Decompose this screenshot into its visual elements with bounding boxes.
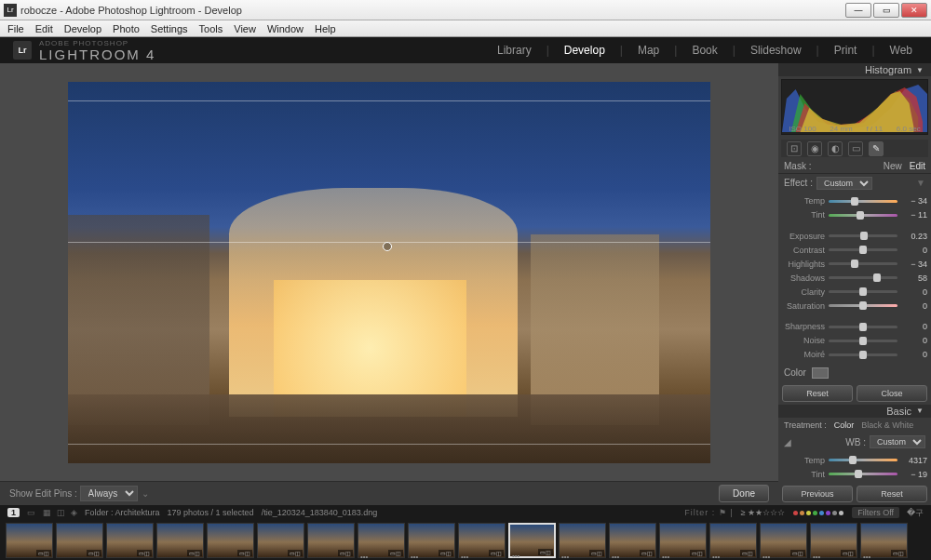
color-swatch[interactable] [812,367,829,379]
filename: /tie_120324_183840_0183.dng [262,508,378,517]
slider-track[interactable] [829,234,897,237]
mask-edit[interactable]: Edit [910,161,925,171]
slider-track[interactable] [829,262,897,265]
filmstrip-thumb[interactable]: ▭◫••• [760,523,807,558]
filmstrip-thumb[interactable]: ▭◫••• [559,523,606,558]
slider-thumb[interactable] [851,197,858,206]
slider-track[interactable] [829,304,897,307]
maximize-button[interactable]: ▭ [873,3,899,18]
menu-photo[interactable]: Photo [107,22,145,35]
filmstrip-thumb[interactable]: ▭◫••• [408,523,455,558]
slider-thumb[interactable] [859,337,867,345]
previous-button[interactable]: Previous [782,486,853,502]
effect-dropdown[interactable]: Custom [816,177,872,190]
filmstrip-thumb[interactable]: ▭◫ [6,523,53,558]
survey-icon[interactable]: ◈ [71,508,77,517]
compare-icon[interactable]: ◫ [57,508,65,517]
module-map[interactable]: Map [632,42,665,59]
filmstrip-thumb[interactable]: ▭◫••• [508,523,556,558]
slider-thumb[interactable] [859,246,867,254]
module-print[interactable]: Print [829,42,863,59]
close-button[interactable]: ✕ [901,3,927,18]
slider-track[interactable] [829,200,897,203]
filmstrip-thumb[interactable]: ▭◫ [56,523,103,558]
menu-edit[interactable]: Edit [30,22,59,35]
menu-develop[interactable]: Develop [59,22,107,35]
menu-view[interactable]: View [228,22,262,35]
slider-thumb[interactable] [860,232,868,240]
slider-thumb[interactable] [851,260,858,268]
mask-new[interactable]: New [884,161,902,171]
histogram-header[interactable]: Histogram ▼ [778,63,931,76]
filmstrip-thumb[interactable]: ▭◫••• [810,523,857,558]
slider-thumb[interactable] [859,301,867,310]
crop-tool-icon[interactable]: ⊡ [787,141,802,156]
adjustment-pin-icon[interactable] [383,242,392,251]
module-slideshow[interactable]: Slideshow [745,42,807,59]
rating-filter[interactable]: ≥ ★★☆☆☆ [741,508,785,517]
slider-track[interactable] [829,326,897,328]
menu-window[interactable]: Window [262,22,309,35]
slider-thumb[interactable] [857,211,864,220]
gradient-tool-icon[interactable]: ▭ [848,141,863,156]
color-label-filter[interactable] [792,508,844,517]
wb-dropdown[interactable]: Custom [870,435,925,448]
slider-track[interactable] [829,473,897,475]
filmstrip-thumb[interactable]: ▭◫••• [709,523,757,558]
filters-off[interactable]: Filters Off [852,507,899,518]
filmstrip-thumb[interactable]: ▭◫ [106,523,154,558]
filmstrip-thumb[interactable]: ▭◫ [207,523,254,558]
slider-track[interactable] [829,290,897,293]
minimize-button[interactable]: — [845,3,871,18]
slider-thumb[interactable] [849,456,857,464]
module-library[interactable]: Library [492,42,537,59]
slider-thumb[interactable] [859,351,867,359]
slider-track[interactable] [829,353,897,356]
basic-header[interactable]: Basic ▼ [778,405,931,418]
reset-button[interactable]: Reset [857,486,927,502]
slider-track[interactable] [829,459,897,461]
window-badge[interactable]: 1 [7,508,20,517]
second-window-icon[interactable]: ▭ [27,508,35,517]
filmstrip-thumb[interactable]: ▭◫••• [358,523,405,558]
canvas[interactable] [0,63,778,481]
slider-thumb[interactable] [855,470,862,478]
histogram-display[interactable]: ISO 10024 mmf / 116.0 sec [781,79,928,135]
menu-tools[interactable]: Tools [194,22,229,35]
brush-tool-icon[interactable]: ✎ [869,141,884,156]
filmstrip-thumb[interactable]: ▭◫••• [609,523,656,558]
photo-preview[interactable] [68,82,710,463]
menu-settings[interactable]: Settings [145,22,194,35]
panel-collapse-icon[interactable]: ▼ [916,178,925,188]
filmstrip[interactable]: ▭◫▭◫▭◫▭◫▭◫▭◫▭◫▭◫•••▭◫•••▭◫•••▭◫•••▭◫•••▭… [0,520,931,560]
pins-dropdown[interactable]: Always [80,486,138,501]
filter-lock-icon[interactable]: �구 [907,507,924,519]
redeye-tool-icon[interactable]: ◐ [828,141,843,156]
folder-label[interactable]: Folder : Architektura [85,508,160,517]
filmstrip-thumb[interactable]: ▭◫ [307,523,355,558]
done-button[interactable]: Done [719,485,769,502]
filmstrip-thumb[interactable]: ▭◫••• [458,523,506,558]
grid-icon[interactable]: ▦ [43,508,51,517]
treatment-color[interactable]: Color [834,420,855,430]
filmstrip-thumb[interactable]: ▭◫ [257,523,304,558]
menu-file[interactable]: File [2,22,30,35]
slider-track[interactable] [829,276,897,279]
module-web[interactable]: Web [884,42,918,59]
slider-track[interactable] [829,340,897,342]
slider-track[interactable] [829,214,897,217]
menu-help[interactable]: Help [309,22,342,35]
spot-tool-icon[interactable]: ◉ [807,141,822,156]
mask-reset-button[interactable]: Reset [782,385,853,402]
filmstrip-thumb[interactable]: ▭◫••• [659,523,707,558]
slider-thumb[interactable] [859,287,867,296]
filmstrip-thumb[interactable]: ▭◫ [156,523,204,558]
mask-close-button[interactable]: Close [857,385,927,402]
slider-thumb[interactable] [859,323,867,331]
module-develop[interactable]: Develop [559,42,611,59]
treatment-bw[interactable]: Black & White [861,420,913,430]
module-book[interactable]: Book [686,42,722,59]
slider-thumb[interactable] [873,273,881,282]
filmstrip-thumb[interactable]: ▭◫••• [860,523,908,558]
slider-track[interactable] [829,248,897,251]
